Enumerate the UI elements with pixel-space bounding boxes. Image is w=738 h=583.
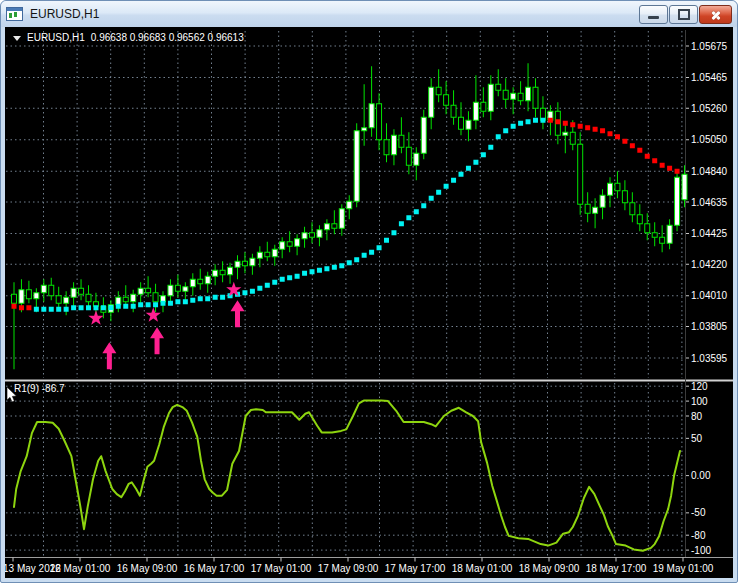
candle-body <box>391 135 396 155</box>
candle-body <box>79 288 84 294</box>
trend-dot <box>518 121 523 126</box>
signal-up-arrow-icon <box>150 327 164 354</box>
trend-dot <box>12 304 17 309</box>
trend-dot <box>488 145 493 150</box>
trend-dot <box>399 221 404 226</box>
candle-body <box>608 183 613 195</box>
trend-dot <box>622 139 627 144</box>
candle-body <box>19 290 24 304</box>
candle-body <box>362 128 367 131</box>
trend-dot <box>108 305 113 310</box>
trend-dot <box>146 302 151 307</box>
trend-dot <box>608 131 613 136</box>
candle-body <box>332 224 337 229</box>
trend-dot <box>391 230 396 235</box>
trend-dot <box>295 274 300 279</box>
time-axis[interactable] <box>6 558 733 578</box>
trend-dot <box>190 298 195 303</box>
trend-dot <box>280 277 285 282</box>
candle-body <box>660 237 665 243</box>
candle-body <box>414 153 419 165</box>
trend-dot <box>481 152 486 157</box>
candle-body <box>399 135 404 147</box>
chart-client-area: 1.056751.054651.052601.050501.048401.046… <box>5 27 733 578</box>
symbol-ohlc-label: EURUSD,H10.96638 0.96683 0.96562 0.96613 <box>13 32 244 44</box>
candle-body <box>339 209 344 229</box>
candle-body <box>64 297 69 303</box>
trend-dot <box>421 203 426 208</box>
price-axis[interactable] <box>685 30 733 557</box>
trend-dot <box>34 307 39 312</box>
trend-dot <box>466 166 471 171</box>
candle-body <box>213 270 218 276</box>
trend-dot <box>19 305 24 310</box>
candle-body <box>675 177 680 225</box>
candle-body <box>451 105 456 117</box>
trend-dot <box>533 118 538 123</box>
trend-dot <box>242 290 247 295</box>
trend-dot <box>310 269 315 274</box>
candle-body <box>168 285 173 296</box>
trend-dot <box>131 304 136 309</box>
trend-dot <box>600 128 605 133</box>
candle-body <box>131 294 136 302</box>
trend-dot <box>436 190 441 195</box>
candle-body <box>563 132 568 135</box>
symbol-dropdown-icon[interactable] <box>13 36 21 41</box>
candle-body <box>444 95 449 106</box>
trend-dot <box>563 121 568 126</box>
trend-dot <box>86 305 91 310</box>
trend-dot <box>198 296 203 301</box>
trend-dot <box>161 301 166 306</box>
trend-dot <box>429 196 434 201</box>
minimize-icon <box>648 16 659 19</box>
trend-dot <box>406 215 411 220</box>
candle-body <box>667 225 672 243</box>
candle-body <box>123 297 128 302</box>
trend-dot <box>585 125 590 130</box>
trend-dot <box>93 305 98 310</box>
candle-body <box>198 279 203 284</box>
chart-icon <box>6 7 23 21</box>
trend-dot <box>205 296 210 301</box>
candle-body <box>71 288 76 297</box>
candle-body <box>459 117 464 129</box>
signal-star-icon <box>146 307 161 321</box>
close-button[interactable] <box>699 5 732 24</box>
candle-body <box>347 201 352 209</box>
trend-dot <box>339 263 344 268</box>
trend-dot <box>570 122 575 127</box>
restore-button[interactable] <box>669 5 698 24</box>
trend-dot <box>272 280 277 285</box>
candle-body <box>183 287 188 292</box>
chart-canvas[interactable]: 1.056751.054651.052601.050501.048401.046… <box>5 27 733 578</box>
candle-body <box>242 261 247 266</box>
candle-body <box>622 191 627 203</box>
candle-body <box>175 285 180 291</box>
candle-body <box>34 293 39 299</box>
trend-dot <box>362 253 367 258</box>
candle-body <box>488 84 493 111</box>
trend-dot <box>116 304 121 309</box>
candle-body <box>384 140 389 155</box>
trend-dot <box>79 305 84 310</box>
trend-dot <box>667 166 672 171</box>
candle-body <box>138 288 143 294</box>
trend-dot <box>630 143 635 148</box>
candle-body <box>533 87 538 108</box>
candle-body <box>235 261 240 267</box>
candle-body <box>496 84 501 90</box>
candle-body <box>503 90 508 99</box>
trend-dot <box>540 118 545 123</box>
trend-dot <box>526 119 531 124</box>
title-bar[interactable]: EURUSD,H1 <box>1 1 737 27</box>
candle-body <box>205 276 210 284</box>
candle-body <box>637 215 642 224</box>
minimize-button[interactable] <box>639 5 668 24</box>
trend-dot <box>377 245 382 250</box>
trend-dot <box>302 271 307 276</box>
trend-dot <box>675 169 680 174</box>
candle-body <box>466 120 471 129</box>
candle-body <box>511 93 516 99</box>
application-window: EURUSD,H1 1.056751.054651.052601.050501.… <box>0 0 738 583</box>
